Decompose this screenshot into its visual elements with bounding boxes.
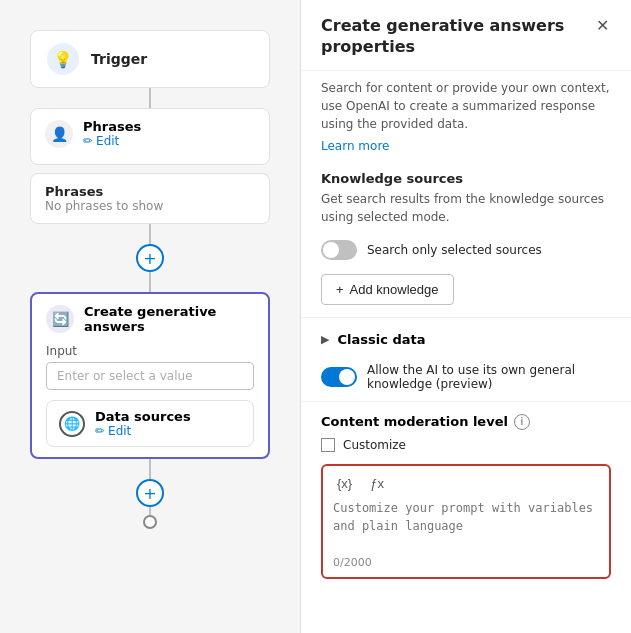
close-button[interactable]: ✕ (594, 16, 611, 36)
customize-checkbox-label: Customize (343, 438, 406, 452)
phrases-header: 👤 Phrases ✏️ Edit (45, 119, 255, 148)
left-panel: 💡 Trigger 👤 Phrases ✏️ Edit Phrases No p… (0, 0, 300, 633)
input-label: Input (46, 344, 254, 358)
add-knowledge-plus: + (336, 282, 344, 297)
phrases-section: Phrases No phrases to show (30, 173, 270, 224)
connector-line-1 (149, 88, 151, 108)
phrases-empty-text: No phrases to show (45, 199, 255, 213)
classic-data-toggle[interactable] (321, 367, 357, 387)
connector-line-5 (149, 507, 151, 515)
phrases-edit-link[interactable]: ✏️ Edit (83, 134, 141, 148)
add-knowledge-label: Add knowledge (350, 282, 439, 297)
chevron-icon: ▶ (321, 333, 329, 346)
customize-checkbox[interactable] (321, 438, 335, 452)
person-icon: 👤 (45, 120, 73, 148)
knowledge-sources-title: Knowledge sources (301, 163, 631, 190)
phrases-section-title: Phrases (45, 184, 255, 199)
panel-title: Create generative answers properties (321, 16, 594, 58)
data-sources-edit-link[interactable]: ✏️ Edit (95, 424, 191, 438)
info-icon[interactable]: i (514, 414, 530, 430)
learn-more-link[interactable]: Learn more (301, 137, 631, 163)
input-field-placeholder[interactable]: Enter or select a value (46, 362, 254, 390)
trigger-card: 💡 Trigger (30, 30, 270, 88)
connector-line-4 (149, 459, 151, 479)
prompt-toolbar: {x} ƒx (333, 474, 599, 493)
generative-title: Create generative answers (84, 304, 254, 334)
add-flow-button-2[interactable]: + (136, 479, 164, 507)
panel-description: Search for content or provide your own c… (301, 71, 631, 137)
phrases-title: Phrases (83, 119, 141, 134)
connector-line-2 (149, 224, 151, 244)
divider-1 (301, 317, 631, 318)
search-toggle-row: Search only selected sources (301, 234, 631, 266)
data-sources-card: 🌐 Data sources ✏️ Edit (46, 400, 254, 447)
panel-header: Create generative answers properties ✕ (301, 0, 631, 71)
classic-data-section[interactable]: ▶ Classic data (301, 322, 631, 357)
prompt-box: {x} ƒx 0/2000 (321, 464, 611, 579)
content-mod-title: Content moderation level (321, 414, 508, 429)
classic-toggle-label: Allow the AI to use its own general know… (367, 363, 611, 391)
trigger-label: Trigger (91, 51, 147, 67)
search-only-toggle[interactable] (321, 240, 357, 260)
globe-icon: 🌐 (59, 411, 85, 437)
content-moderation-row: Content moderation level i (301, 406, 631, 434)
classic-data-title: Classic data (337, 332, 425, 347)
add-flow-button[interactable]: + (136, 244, 164, 272)
trigger-icon: 💡 (47, 43, 79, 75)
knowledge-sources-desc: Get search results from the knowledge so… (301, 190, 631, 234)
search-toggle-label: Search only selected sources (367, 243, 542, 257)
generative-icon: 🔄 (46, 305, 74, 333)
data-sources-title: Data sources (95, 409, 191, 424)
flow-container: 💡 Trigger 👤 Phrases ✏️ Edit Phrases No p… (0, 0, 300, 529)
variable-icon-button[interactable]: {x} (333, 474, 356, 493)
generative-header: 🔄 Create generative answers (46, 304, 254, 334)
divider-2 (301, 401, 631, 402)
input-section: Input Enter or select a value (46, 344, 254, 390)
customize-checkbox-row: Customize (301, 434, 631, 460)
classic-toggle-row: Allow the AI to use its own general know… (301, 357, 631, 397)
prompt-textarea[interactable] (333, 499, 599, 549)
prompt-counter: 0/2000 (333, 556, 599, 569)
connector-line-3 (149, 272, 151, 292)
phrases-card: 👤 Phrases ✏️ Edit (30, 108, 270, 165)
add-knowledge-button[interactable]: + Add knowledge (321, 274, 454, 305)
generative-card: 🔄 Create generative answers Input Enter … (30, 292, 270, 459)
end-circle (143, 515, 157, 529)
function-icon-button[interactable]: ƒx (366, 474, 388, 493)
right-panel: Create generative answers properties ✕ S… (300, 0, 631, 633)
